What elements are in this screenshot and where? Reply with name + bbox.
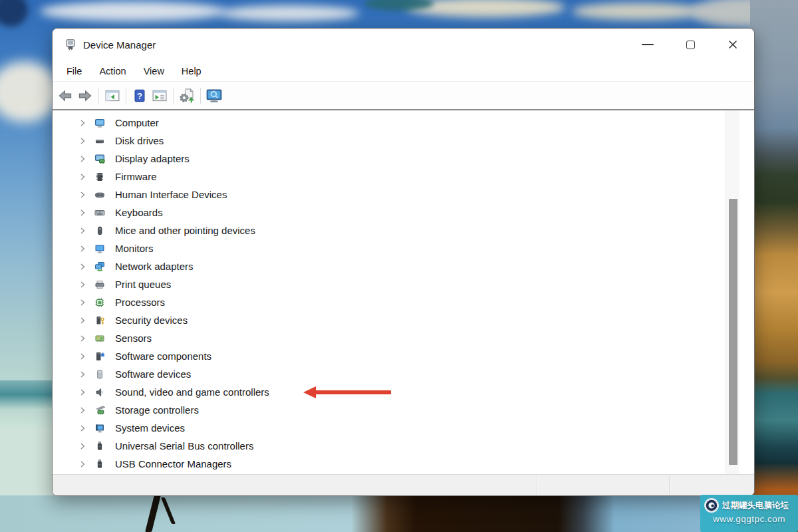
tree-item-label: Display adapters [115,153,190,164]
window-controls [626,29,754,61]
toolbar-scan-for-hardware-changes-button[interactable] [177,85,197,106]
tree-item-label: Sensors [115,332,152,344]
device-manager-app-icon [65,39,76,51]
tree-item-firmware[interactable]: Firmware [53,168,754,186]
expand-chevron-icon[interactable] [78,316,87,325]
maximize-button[interactable] [669,29,712,61]
device-tree-panel[interactable]: ComputerDisk drivesDisplay adaptersFirmw… [53,109,754,474]
tree-item-security-devices[interactable]: Security devices [53,311,754,329]
menu-item-help[interactable]: Help [173,63,210,80]
tree-item-system-devices[interactable]: System devices [53,419,754,437]
tree-item-sound-video-and-game-controllers[interactable]: Sound, video and game controllers [53,383,754,401]
tree-item-software-components[interactable]: Software components [53,347,754,365]
show-action-pane-icon [152,88,168,103]
tree-item-label: Human Interface Devices [115,189,227,200]
software-device-icon [94,369,106,380]
tree-item-label: Mice and other pointing devices [115,225,255,236]
processor-icon [94,297,106,308]
tree-item-storage-controllers[interactable]: Storage controllers [53,401,754,419]
scrollbar-thumb[interactable] [729,199,737,465]
menu-item-file[interactable]: File [58,63,90,80]
firmware-icon [94,172,106,182]
expand-chevron-icon[interactable] [78,154,87,164]
toolbar-back-button[interactable] [55,85,75,106]
scan-for-hardware-changes-icon [179,88,195,104]
expand-chevron-icon[interactable] [78,262,87,271]
software-component-icon [94,351,106,362]
tree-item-network-adapters[interactable]: Network adapters [53,257,754,275]
vertical-scrollbar[interactable] [726,110,739,474]
tree-item-label: Disk drives [115,135,164,146]
tree-item-universal-serial-bus-controllers[interactable]: Universal Serial Bus controllers [53,437,754,455]
expand-chevron-icon[interactable] [78,424,87,433]
expand-chevron-icon[interactable] [78,208,87,217]
expand-chevron-icon[interactable] [78,136,87,146]
tree-item-human-interface-devices[interactable]: Human Interface Devices [53,186,754,203]
window-title: Device Manager [83,39,156,51]
help-icon: ? [133,88,146,103]
expand-chevron-icon[interactable] [78,388,87,397]
back-icon [58,88,72,103]
expand-chevron-icon[interactable] [78,190,87,200]
minimize-button[interactable] [626,29,669,61]
mouse-icon [94,225,106,236]
tree-item-monitors[interactable]: Monitors [53,239,754,257]
system-icon [94,423,106,434]
toolbar-show-action-pane-button[interactable] [150,85,170,106]
expand-chevron-icon[interactable] [78,352,87,361]
tree-item-label: Keyboards [115,207,163,218]
tree-item-sensors[interactable]: Sensors [53,329,754,347]
tree-item-label: Universal Serial Bus controllers [115,440,253,452]
toolbar-search-computer-button[interactable] [204,85,224,106]
cloud [572,3,705,20]
keyboard-icon [94,207,106,218]
expand-chevron-icon[interactable] [78,298,87,307]
tree-item-processors[interactable]: Processors [53,293,754,311]
expand-chevron-icon[interactable] [78,370,87,379]
toolbar-show-hide-console-tree-button[interactable] [102,85,122,106]
menu-item-view[interactable]: View [135,63,173,80]
tree-item-display-adapters[interactable]: Display adapters [53,150,754,168]
expand-chevron-icon[interactable] [78,460,87,469]
annotation-arrow-shaft [315,390,391,394]
tree-item-print-queues[interactable]: Print queues [53,275,754,293]
expand-chevron-icon[interactable] [78,334,87,343]
toolbar-forward-button[interactable] [75,85,95,106]
toolbar-help-button[interactable]: ? [130,85,150,106]
tree-item-mice-and-other-pointing-devices[interactable]: Mice and other pointing devices [53,221,754,239]
close-button[interactable] [712,29,754,61]
expand-chevron-icon[interactable] [78,118,87,128]
watermark-url: www.gqgtpc.com [704,514,795,524]
tree-item-label: Network adapters [115,261,194,272]
disk-icon [94,136,106,146]
title-bar[interactable]: Device Manager [53,29,754,61]
cloud [219,5,359,21]
sky-dark-patch [0,0,28,27]
tree-item-label: Storage controllers [115,404,199,416]
annotation-arrow-head [303,386,316,398]
expand-chevron-icon[interactable] [78,226,87,235]
menu-bar: FileActionViewHelp [53,61,754,82]
expand-chevron-icon[interactable] [78,172,87,182]
tree-item-computer[interactable]: Computer [53,114,754,132]
expand-chevron-icon[interactable] [78,244,87,253]
watermark-logo-icon [704,497,720,513]
tree-item-label: Print queues [115,279,171,290]
expand-chevron-icon[interactable] [78,280,87,289]
toolbar-separator [98,88,99,104]
usb-icon [94,441,106,452]
tree-item-keyboards[interactable]: Keyboards [53,203,754,221]
usb-icon [94,459,106,469]
expand-chevron-icon[interactable] [78,442,87,451]
status-bar [53,474,754,495]
menu-item-action[interactable]: Action [90,63,134,80]
computer-icon [94,118,106,128]
display-adapter-icon [94,154,106,164]
tree-item-usb-connector-managers[interactable]: USB Connector Managers [53,455,754,473]
expand-chevron-icon[interactable] [78,406,87,415]
forward-icon [78,88,92,103]
toolbar-separator [200,88,201,104]
tree-item-software-devices[interactable]: Software devices [53,365,754,383]
storage-icon [94,405,106,416]
tree-item-disk-drives[interactable]: Disk drives [53,132,754,150]
